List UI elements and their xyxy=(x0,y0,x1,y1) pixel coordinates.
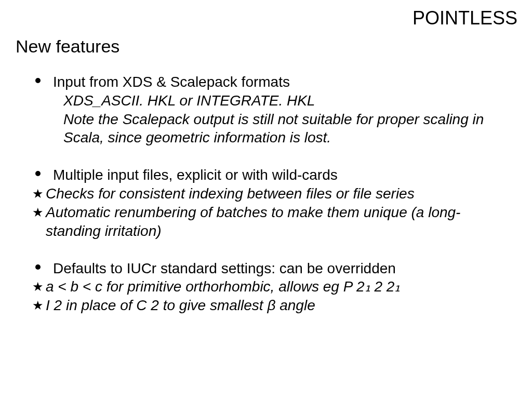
feature-block: Input from XDS & Scalepack formats XDS_A… xyxy=(32,73,513,147)
star-item: ★ a < b < c for primitive orthorhombic, … xyxy=(32,277,513,296)
star-item: ★ I 2 in place of C 2 to give smallest β… xyxy=(32,296,513,315)
indented-note: Note the Scalepack output is still not s… xyxy=(32,110,513,148)
star-icon: ★ xyxy=(32,277,44,296)
star-text: I 2 in place of C 2 to give smallest β a… xyxy=(46,297,315,313)
star-item: ★ Automatic renumbering of batches to ma… xyxy=(32,203,513,241)
page-title-right: POINTLESS xyxy=(413,7,517,29)
star-icon: ★ xyxy=(32,296,44,315)
bullet-icon xyxy=(35,78,41,83)
bullet-text: Input from XDS & Scalepack formats xyxy=(53,74,290,90)
slide: POINTLESS New features Input from XDS & … xyxy=(0,0,532,399)
bullet-icon xyxy=(35,264,41,270)
bullet-text: Multiple input files, explicit or with w… xyxy=(53,167,338,183)
star-icon: ★ xyxy=(32,184,44,203)
star-text: a < b < c for primitive orthorhombic, al… xyxy=(46,278,400,295)
bullet-text: Defaults to IUCr standard settings: can … xyxy=(53,260,396,276)
star-item: ★ Checks for consistent indexing between… xyxy=(32,184,513,203)
star-text: Checks for consistent indexing between f… xyxy=(46,185,415,202)
bullet-icon xyxy=(35,171,41,176)
indented-note: XDS_ASCII. HKL or INTEGRATE. HKL xyxy=(32,91,513,110)
feature-block: Defaults to IUCr standard settings: can … xyxy=(32,259,513,315)
star-icon: ★ xyxy=(32,203,44,222)
page-subtitle: New features xyxy=(16,36,119,57)
feature-block: Multiple input files, explicit or with w… xyxy=(32,166,513,240)
content-area: Input from XDS & Scalepack formats XDS_A… xyxy=(32,73,513,334)
bullet-item: Defaults to IUCr standard settings: can … xyxy=(32,259,513,278)
star-text: Automatic renumbering of batches to make… xyxy=(46,204,460,239)
bullet-item: Input from XDS & Scalepack formats xyxy=(32,73,513,91)
bullet-item: Multiple input files, explicit or with w… xyxy=(32,166,513,184)
